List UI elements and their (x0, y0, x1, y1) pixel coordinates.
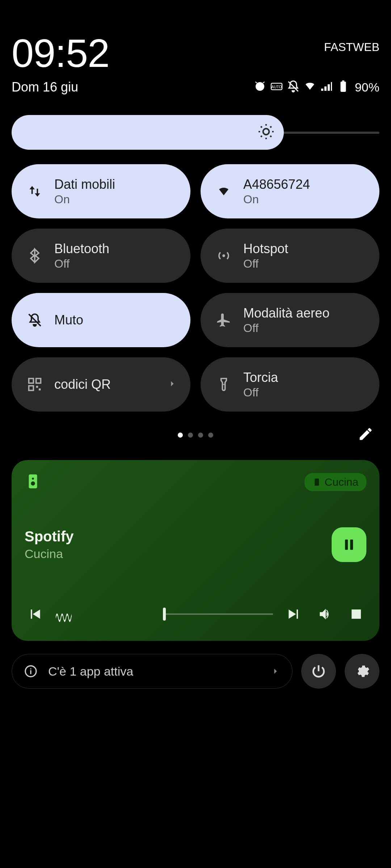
brightness-slider[interactable] (12, 115, 379, 150)
page-dot (208, 433, 213, 438)
svg-rect-8 (29, 386, 34, 391)
tile-title: Bluetooth (54, 241, 177, 256)
stop-button[interactable] (346, 604, 366, 624)
tile-hotspot[interactable]: Hotspot Off (201, 229, 379, 283)
tile-title: Hotspot (243, 241, 366, 256)
header: 09:52 FASTWEB (12, 33, 379, 73)
tile-sub: Off (54, 257, 177, 271)
torch-icon (214, 374, 234, 395)
tile-title: Dati mobili (54, 177, 177, 192)
brightness-icon (257, 123, 275, 142)
tile-sub: On (243, 193, 366, 206)
svg-rect-7 (36, 379, 41, 383)
svg-rect-13 (315, 478, 319, 486)
hotspot-icon (214, 246, 234, 266)
svg-point-4 (263, 129, 269, 135)
volume-button[interactable] (315, 604, 335, 624)
tile-title: Modalità aereo (243, 306, 366, 321)
tile-sub: Off (243, 257, 366, 271)
tile-title: Torcia (243, 370, 366, 385)
svg-text:AUTO: AUTO (271, 85, 282, 89)
prev-track-button[interactable] (25, 604, 45, 624)
media-device-chip[interactable]: Cucina (304, 473, 366, 491)
media-app-name: Spotify (25, 528, 74, 545)
chevron-right-icon (270, 666, 281, 676)
tile-title: A48656724 (243, 177, 366, 192)
svg-point-11 (32, 477, 34, 480)
carrier-label: FASTWEB (324, 41, 379, 54)
speaker-icon (25, 473, 41, 491)
pause-button[interactable] (332, 527, 366, 562)
settings-button[interactable] (345, 654, 379, 689)
tile-airplane[interactable]: Modalità aereo Off (201, 293, 379, 347)
alarm-icon (253, 80, 266, 94)
svg-rect-14 (345, 540, 348, 550)
tile-mute[interactable]: Muto (12, 293, 190, 347)
svg-rect-6 (29, 379, 34, 383)
tile-bluetooth[interactable]: Bluetooth Off (12, 229, 190, 283)
tile-torch[interactable]: Torcia Off (201, 357, 379, 412)
tile-sub: Off (243, 322, 366, 335)
auto-icon: AUTO (270, 80, 283, 94)
page-dots (178, 433, 213, 438)
bluetooth-icon (25, 246, 45, 266)
svg-rect-15 (350, 540, 353, 550)
svg-point-9 (223, 384, 224, 385)
media-subtitle: Cucina (25, 547, 74, 561)
power-button[interactable] (301, 654, 336, 689)
next-track-button[interactable] (284, 604, 304, 624)
quick-tiles: Dati mobili On A48656724 On Bluetooth Of… (12, 164, 379, 412)
page-dot (188, 433, 193, 438)
tile-qr[interactable]: codici QR (12, 357, 190, 412)
tile-wifi[interactable]: A48656724 On (201, 164, 379, 218)
svg-point-12 (31, 481, 35, 486)
tile-title: codici QR (54, 377, 158, 392)
svg-rect-3 (342, 81, 344, 82)
bell-off-icon (25, 310, 45, 330)
data-arrows-icon (25, 181, 45, 201)
media-progress[interactable] (56, 610, 273, 618)
dnd-icon (287, 80, 300, 94)
wifi-status-icon (303, 80, 316, 94)
qr-icon (25, 374, 45, 395)
tile-sub: On (54, 193, 177, 206)
page-dot (198, 433, 203, 438)
page-dot (178, 433, 183, 438)
footer-row: C'è 1 app attiva (12, 654, 379, 689)
svg-point-5 (222, 254, 225, 257)
device-chip-label: Cucina (325, 476, 358, 488)
date-status-row: Dom 16 giu AUTO 90% (12, 80, 379, 95)
active-apps-button[interactable]: C'è 1 app attiva (12, 654, 293, 689)
airplane-icon (214, 310, 234, 330)
speaker-small-icon (312, 478, 321, 486)
pager-row (12, 426, 379, 444)
edit-tiles-button[interactable] (358, 426, 374, 443)
svg-rect-2 (340, 82, 346, 92)
active-apps-label: C'è 1 app attiva (48, 664, 260, 678)
tile-title: Muto (54, 312, 177, 328)
chevron-right-icon (167, 379, 177, 390)
date-label: Dom 16 giu (12, 80, 78, 95)
media-card[interactable]: Cucina Spotify Cucina (12, 460, 379, 641)
battery-text: 90% (355, 80, 379, 94)
info-icon (24, 664, 38, 678)
wifi-icon (214, 181, 234, 201)
signal-icon (320, 80, 333, 94)
status-icons: AUTO 90% (253, 80, 379, 94)
tile-sub: Off (243, 386, 366, 399)
clock: 09:52 (12, 33, 109, 73)
tile-mobile-data[interactable]: Dati mobili On (12, 164, 190, 218)
svg-rect-16 (352, 609, 361, 619)
battery-icon (337, 80, 350, 94)
